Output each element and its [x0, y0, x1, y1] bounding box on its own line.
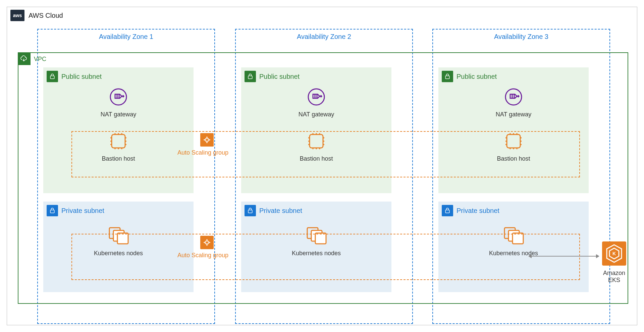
public-subnet-label: Public subnet [457, 73, 497, 80]
az-label: Availability Zone 1 [38, 33, 214, 41]
auto-scaling-group-nodes [71, 234, 580, 280]
private-subnet-icon [47, 205, 58, 216]
svg-rect-3 [248, 76, 252, 78]
public-subnet-label: Public subnet [259, 73, 300, 80]
nat-gateway-label: NAT gateway [289, 111, 343, 118]
svg-rect-21 [206, 139, 208, 141]
public-subnet-icon [442, 71, 453, 82]
az-label: Availability Zone 3 [433, 33, 609, 41]
private-subnet-icon [245, 205, 256, 216]
svg-rect-13 [248, 210, 252, 213]
vpc-icon [18, 52, 31, 65]
private-subnet-label: Private subnet [259, 207, 302, 215]
public-subnet-icon [47, 71, 58, 82]
svg-point-4 [308, 89, 324, 105]
auto-scaling-group-icon [200, 133, 214, 147]
eks-connector-arrow [529, 256, 599, 257]
nat-gateway: NAT gateway [92, 86, 145, 118]
nat-gateway-label: NAT gateway [92, 111, 145, 118]
nat-gateway: NAT gateway [487, 86, 540, 118]
amazon-eks: K Amazon EKS [597, 240, 631, 284]
auto-scaling-group-bastion [71, 131, 580, 177]
amazon-eks-label: Amazon EKS [597, 270, 631, 284]
nat-gateway-label: NAT gateway [487, 111, 540, 118]
auto-scaling-group-label: Auto Scaling group [177, 149, 228, 156]
vpc-label: VPC [34, 56, 46, 63]
svg-text:K: K [612, 251, 616, 256]
svg-rect-22 [206, 241, 208, 244]
public-subnet-label: Public subnet [61, 73, 102, 80]
svg-rect-17 [445, 210, 449, 213]
private-subnet-label: Private subnet [457, 207, 499, 215]
private-subnet-icon [442, 205, 453, 216]
private-subnet-label: Private subnet [61, 207, 104, 215]
svg-rect-6 [445, 76, 449, 78]
aws-cloud-container: aws AWS Cloud Availability Zone 1 Availa… [7, 7, 637, 325]
az-label: Availability Zone 2 [236, 33, 412, 41]
public-subnet-icon [245, 71, 256, 82]
svg-point-1 [110, 89, 126, 105]
nat-gateway: NAT gateway [289, 86, 343, 118]
aws-logo-icon: aws [10, 10, 24, 21]
auto-scaling-group-label: Auto Scaling group [177, 252, 228, 259]
auto-scaling-group-icon [200, 236, 214, 249]
svg-rect-0 [50, 76, 54, 78]
svg-point-7 [505, 89, 522, 105]
aws-cloud-label: AWS Cloud [29, 12, 63, 19]
svg-rect-9 [50, 210, 54, 213]
